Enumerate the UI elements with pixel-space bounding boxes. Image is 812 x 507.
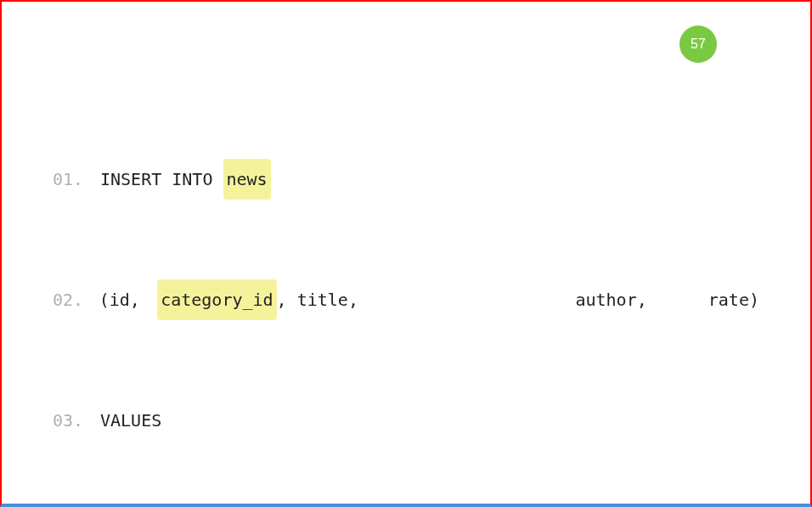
slide-frame: 57 01. INSERT INTO news 02. (id, categor… [0,0,812,507]
code-text: INSERT INTO [100,160,223,199]
code-text: rate) [708,280,759,319]
code-text: , title, [277,280,376,319]
line-number: 02. [53,280,99,319]
code-text: (id, [99,280,157,319]
code-text: VALUES [100,401,161,440]
code-line: 03. VALUES [53,401,759,440]
slide-number: 57 [691,37,706,52]
code-block: 01. INSERT INTO news 02. (id, category_i… [53,78,759,507]
line-number: 03. [53,401,100,440]
highlight-table-name: news [223,159,271,200]
highlight-column-name: category_id [157,279,276,320]
line-number: 01. [53,160,100,199]
slide-number-badge: 57 [679,25,717,63]
code-line: 01. INSERT INTO news [53,160,759,199]
code-line: 02. (id, category_id , title, author, ra… [53,280,759,319]
code-text: author, [575,280,708,319]
